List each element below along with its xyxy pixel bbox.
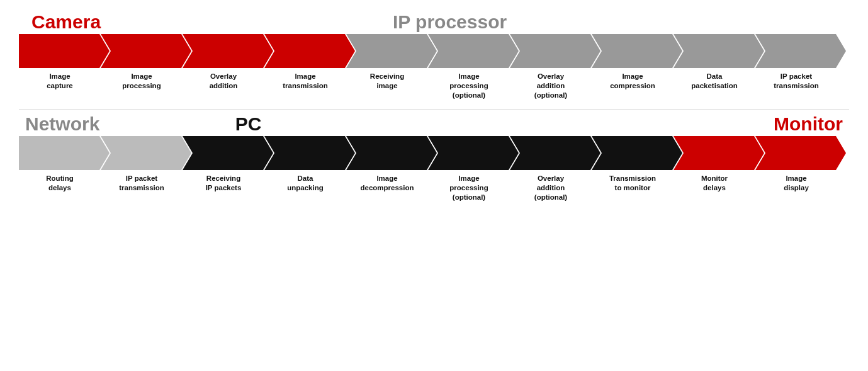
arrow-0: [19, 34, 110, 68]
arrow-5: [428, 136, 519, 170]
arrow-4: [346, 136, 437, 170]
arrow-6: [510, 34, 600, 68]
label-8: Datapacketisation: [674, 72, 755, 100]
arrow-3: [264, 34, 355, 68]
network-header: Network: [25, 113, 99, 134]
arrow-4: [346, 34, 437, 68]
label-0: Imagecapture: [19, 72, 101, 100]
arrow-8: [674, 136, 764, 170]
label-4: Receivingimage: [346, 72, 428, 100]
row2-labels-row: RoutingdelaysIP packettransmissionReceiv…: [19, 174, 849, 202]
arrow-9: [755, 34, 846, 68]
label-6: Overlayaddition(optional): [510, 174, 592, 202]
camera-header: Camera: [31, 11, 101, 32]
row1-arrow-row: [19, 34, 849, 68]
main-diagram: Camera IP processor ImagecaptureImage: [0, 0, 868, 217]
divider: [19, 109, 849, 110]
label-6: Overlayaddition(optional): [510, 72, 592, 100]
pc-header: PC: [235, 113, 262, 134]
arrow-6: [510, 136, 600, 170]
label-9: Imagedisplay: [755, 174, 837, 202]
label-9: IP packettransmission: [755, 72, 837, 100]
label-7: Transmissionto monitor: [592, 174, 674, 202]
arrow-0: [19, 136, 110, 170]
row1-labels-row: ImagecaptureImageprocessingOverlayadditi…: [19, 72, 849, 100]
arrow-1: [101, 136, 191, 170]
ip-processor-header: IP processor: [393, 11, 507, 32]
label-5: Imageprocessing(optional): [428, 174, 510, 202]
arrow-8: [674, 34, 764, 68]
row2-arrow-row: [19, 136, 849, 170]
arrow-2: [183, 34, 273, 68]
row2-section-headers: Network PC Monitor: [19, 113, 849, 135]
arrow-3: [264, 136, 355, 170]
monitor-header: Monitor: [774, 113, 843, 134]
arrow-5: [428, 34, 519, 68]
label-0: Routingdelays: [19, 174, 101, 202]
arrow-7: [592, 136, 682, 170]
label-3: Dataunpacking: [264, 174, 346, 202]
label-3: Imagetransmission: [264, 72, 346, 100]
row1-section-headers: Camera IP processor: [19, 11, 849, 33]
arrow-1: [101, 34, 191, 68]
label-2: Overlayaddition: [183, 72, 264, 100]
label-1: Imageprocessing: [101, 72, 183, 100]
label-4: Imagedecompression: [346, 174, 428, 202]
label-2: ReceivingIP packets: [183, 174, 264, 202]
label-1: IP packettransmission: [101, 174, 183, 202]
label-5: Imageprocessing(optional): [428, 72, 510, 100]
arrow-7: [592, 34, 682, 68]
arrow-9: [755, 136, 846, 170]
arrow-2: [183, 136, 273, 170]
label-8: Monitordelays: [674, 174, 755, 202]
label-7: Imagecompression: [592, 72, 674, 100]
